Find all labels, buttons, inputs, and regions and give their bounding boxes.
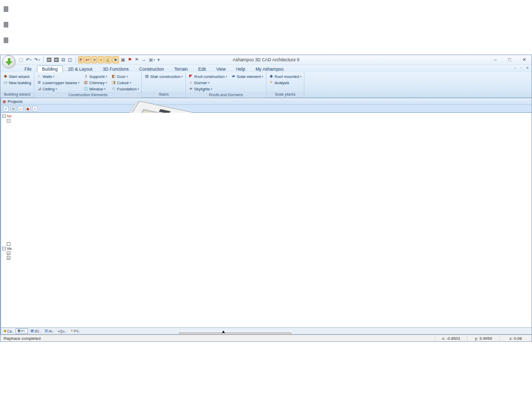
minimize-button[interactable]: – [494,57,497,62]
application-menu-button[interactable] [2,55,16,69]
solar-element-button[interactable]: ▰Solar element▾ [230,73,264,79]
overflow-button[interactable]: ▾ [156,56,161,63]
roof-construction-button[interactable]: ◤Roof construction▾ [188,73,228,79]
dormer-icon: ⌂ [189,81,193,85]
copy-button[interactable]: ▣▾ [148,56,156,63]
mdi-minimize-button[interactable]: – [514,66,516,70]
supports-button[interactable]: ▮Supports▾ [83,73,109,79]
title-bar: ▢↶▾↷▾2D3D⊟◫#↩⌖≡∠➤▣⚑⚑→▣▾▾ Ashampoo 3D CAD… [1,55,531,65]
lower-upper-beams-button[interactable]: ≣Lower/upper beams▾ [36,79,81,86]
chimney-button[interactable]: ▥Chimney▾ [83,79,109,86]
desktop-icon [4,37,8,43]
split-horizontal-icon: ⊟ [61,57,65,63]
tab-strip: – ▫ ✕ FileBuilding2D & Layout3D Function… [1,65,531,72]
split-vertical-icon: ◫ [68,57,72,63]
dropdown-caret-icon: ▾ [153,57,155,63]
flag-gray-button[interactable]: ⚑ [134,56,140,63]
flag-gray-icon: ⚑ [135,57,139,63]
crosshair-icon: ⌖ [93,57,96,63]
redo-icon: ↷ [34,57,38,63]
main-area: ▦ Projects ▣ ✓▤▱▣⌂ −New Project−✓⌂Buildi… [1,98,531,335]
beams-icon: ≣ [37,81,42,85]
split-horizontal-button[interactable]: ⊟ [60,56,66,63]
tab-help[interactable]: Help [231,65,250,72]
tab-2d-layout[interactable]: 2D & Layout [63,65,98,72]
2d-view-icon: 2D [47,58,51,62]
2d-view-button[interactable]: 2D [46,56,52,63]
quick-access-toolbar: ▢↶▾↷▾2D3D⊟◫#↩⌖≡∠➤▣⚑⚑→▣▾▾ [18,56,161,63]
roof-mounted-button[interactable]: ◆Roof mounted▾ [268,73,303,79]
coord-cell: z: 0.08 [499,335,531,341]
snap-button[interactable]: ↩ [84,56,91,63]
view-slider[interactable] [179,332,291,335]
tab-view[interactable]: View [211,65,231,72]
undo-button[interactable]: ↶▾ [25,56,33,63]
flag-red-icon: ⚑ [128,57,132,63]
foundation-button[interactable]: ◇Foundation▾ [110,86,140,92]
new-building-button[interactable]: ▭New building [2,79,32,86]
cascade-windows-icon: ▣ [121,57,125,63]
tab-construction[interactable]: Construction [134,65,169,72]
arrow-blue-button[interactable]: → [140,56,147,63]
grid-button[interactable]: # [78,56,84,63]
cascade-windows-button[interactable]: ▣ [119,56,126,63]
close-button[interactable]: ✕ [522,57,526,62]
coordinate-readout: x: -0.8501y: 3.9959z: 0.08 [435,335,531,341]
slider-handle-icon[interactable] [222,330,225,333]
roof-construction-icon: ◤ [189,74,193,78]
new-building-icon: ▭ [3,81,8,85]
analysis-button[interactable]: ☀Analysis [268,79,303,86]
select-cursor-button[interactable]: ➤ [112,56,119,63]
3d-view-button[interactable]: 3D [53,56,60,63]
ribbon: ◆Start wizard▭New buildingBuilding wizar… [1,72,531,98]
tree-item-environment[interactable]: ▤Environment [1,242,531,246]
ribbon-group-solar-plants: ◆Roof mounted▾☀AnalysisSolar plants [267,72,305,97]
tab-edit[interactable]: Edit [193,65,211,72]
window-button[interactable]: ◫Window▾ [83,86,109,92]
parallel-walls-button[interactable]: ≡ [98,56,103,63]
dropdown-caret-icon: ▾ [127,75,128,78]
solar-element-icon: ▰ [231,74,236,78]
dormer-button[interactable]: ⌂Dormer▾ [188,79,228,86]
dropdown-caret-icon: ▾ [78,81,79,84]
mdi-close-button[interactable]: ✕ [526,66,529,70]
maximize-button[interactable]: □ [508,57,511,62]
tab-my-ashampoo[interactable]: My Ashampoo [250,65,289,72]
analysis-icon: ☀ [269,81,274,85]
dropdown-caret-icon: ▾ [211,87,212,90]
new-file-icon: ▢ [19,57,23,63]
group-label: Roofs and Dormers [186,92,266,98]
supports-icon: ▮ [84,74,88,78]
tab-file[interactable]: File [19,65,37,72]
door-button[interactable]: ◧Door▾ [110,73,140,79]
status-bar: Raytrace completed x: -0.8501y: 3.9959z:… [1,335,531,341]
new-file-button[interactable]: ▢ [18,56,24,63]
coord-cell: x: -0.8501 [435,335,467,341]
crosshair-button[interactable]: ⌖ [91,56,97,63]
angle-measure-button[interactable]: ∠ [104,56,112,63]
ceiling-button[interactable]: ◢Ceiling▾ [36,86,81,92]
tab-building[interactable]: Building [37,65,63,72]
overflow-icon: ▾ [157,57,160,63]
tab-terrain[interactable]: Terrain [169,65,193,72]
cutout-button[interactable]: ◨Cutout▾ [110,79,140,86]
split-vertical-button[interactable]: ◫ [66,56,73,63]
walls-button[interactable]: ⌐Walls▾ [36,73,81,79]
mdi-restore-button[interactable]: ▫ [521,66,522,70]
skylights-icon: ▰ [189,87,193,91]
flag-red-button[interactable]: ⚑ [127,56,133,63]
dropdown-caret-icon: ▾ [138,87,139,90]
dropdown-caret-icon: ▾ [38,57,40,63]
angle-measure-icon: ∠ [106,57,110,63]
tab-3d-functions[interactable]: 3D Functions [98,65,134,72]
stair-construction-button[interactable]: ▦Stair construction▾ [143,73,183,79]
dropdown-caret-icon: ▾ [300,75,302,78]
foundation-icon: ◇ [111,87,116,91]
grid-icon: # [79,57,82,63]
skylights-button[interactable]: ▰Skylights▾ [188,86,228,92]
walls-icon: ⌐ [37,74,42,78]
dropdown-caret-icon: ▾ [129,81,131,84]
redo-button[interactable]: ↷▾ [33,56,41,63]
group-label: Building wizard [1,91,34,97]
start-wizard-button[interactable]: ◆Start wizard [2,73,32,79]
